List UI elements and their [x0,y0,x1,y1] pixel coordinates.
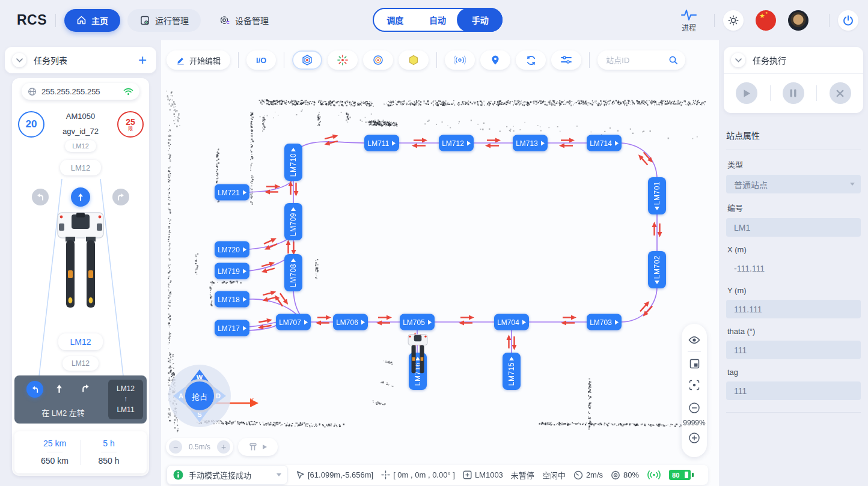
pin-layer-button[interactable] [480,50,510,70]
station-node-LM713[interactable]: LM713 [513,135,548,151]
filter-button[interactable] [551,50,581,70]
station-node-LM717[interactable]: LM717 [215,320,249,336]
station-node-LM714[interactable]: LM714 [587,135,622,151]
pulse-icon [680,8,697,22]
start-edit-button[interactable]: 开始编辑 [167,50,230,70]
nav-run-management[interactable]: 运行管理 [127,9,201,32]
direction-icon [243,247,246,252]
station-node-LM719[interactable]: LM719 [215,263,249,279]
station-node-LM709[interactable]: LM709 [284,203,302,240]
scatter-layer-button[interactable] [328,50,358,70]
zoom-out-button[interactable] [685,399,703,417]
station-node-LM718[interactable]: LM718 [215,291,249,308]
nav-home[interactable]: 主页 [64,9,120,32]
station-node-LM710[interactable]: LM710 [284,144,302,181]
station-search-input[interactable] [605,55,668,65]
direction-icon [361,320,365,324]
vehicle-ip[interactable]: 255.255.255.255 [22,83,139,100]
mode-manual[interactable]: 手动 [459,14,501,26]
speed-decrease-button[interactable]: − [169,440,182,454]
task-play-button[interactable] [736,82,757,104]
direction-icon [467,141,471,145]
property-value-3[interactable]: 111.111 [726,300,861,318]
nav-device-management[interactable]: 设备管理 [207,9,281,32]
mode-dispatch[interactable]: 调度 [374,14,417,26]
seize-control-button[interactable]: 抢占 [183,379,216,413]
process-button[interactable]: 进程 [680,8,697,32]
right-panel: 任务执行 站点属性 类型普通站点编号LM1X (m)-111.111Y ( [719,40,868,486]
two-way-arrow-icon [560,315,578,326]
rings-layer-button[interactable] [363,50,393,70]
agv-robot[interactable] [406,334,429,377]
power-button[interactable] [838,10,858,31]
station-node-LM704[interactable]: LM704 [494,314,529,330]
station-node-LM706[interactable]: LM706 [333,314,368,330]
property-value-4[interactable]: 111 [726,341,861,359]
visibility-button[interactable] [685,331,703,349]
property-value-5[interactable]: 111 [726,381,861,400]
refresh-icon [525,55,537,66]
user-avatar[interactable] [788,10,808,31]
divider [714,14,715,27]
area-layer-button[interactable] [399,50,429,70]
collapse-task-list-button[interactable] [12,53,26,67]
direction-icon [428,320,432,324]
task-cancel-button[interactable] [830,82,851,104]
property-value-1[interactable]: LM1 [726,218,861,237]
property-label-5: tag [727,368,861,377]
direction-icon [243,269,246,273]
io-button[interactable]: I/O [246,50,276,70]
station-node-LM712[interactable]: LM712 [439,135,474,151]
station-label: LM714 [590,139,612,147]
route-to: LM11 [117,405,134,415]
station-node-LM707[interactable]: LM707 [276,314,311,330]
speed-increase-button[interactable]: + [217,440,230,454]
two-way-arrow-icon [375,315,393,326]
station-label: LM702 [653,255,661,279]
fork-control[interactable] [238,438,278,456]
station-label: LM711 [368,139,390,147]
mileage-card: 25 km 650 km 5 h 850 h [14,431,147,473]
station-node-LM720[interactable]: LM720 [215,241,249,258]
station-node-LM703[interactable]: LM703 [587,314,622,330]
center-focus-button[interactable] [685,376,703,394]
task-pause-button[interactable] [783,82,804,104]
station-node-LM711[interactable]: LM711 [364,135,399,151]
station-node-LM715[interactable]: LM715 [503,353,521,390]
cursor-icon [296,470,305,479]
brightness-icon [728,15,739,26]
radar-icon [454,54,466,66]
station-node-LM721[interactable]: LM721 [215,184,249,201]
station-node-LM705[interactable]: LM705 [400,314,435,330]
property-label-2: X (m) [727,245,861,254]
radar-layer-button[interactable] [445,50,475,70]
pause-state: 未暂停 [511,469,534,481]
station-layer-button[interactable] [292,50,322,70]
nav-turn-left-button[interactable] [26,381,43,398]
station-label: LM701 [653,181,661,205]
total-distance: 650 km [28,456,82,466]
add-task-button[interactable]: + [138,53,147,67]
language-flag-button[interactable]: ★ ★ [756,10,776,31]
property-select-0[interactable]: 普通站点 [726,175,861,193]
zoom-level: 9999% [683,419,705,427]
station-node-LM708[interactable]: LM708 [284,254,302,291]
connection-status-dropdown[interactable]: 手动模式连接成功 [167,465,288,485]
turn-left-button[interactable] [32,189,49,205]
two-way-arrow-icon [652,220,662,238]
brightness-button[interactable] [723,10,744,31]
station-node-LM701[interactable]: LM701 [648,177,666,214]
station-label: LM709 [289,213,298,236]
collapse-task-exec-button[interactable] [731,53,745,67]
zoom-in-button[interactable] [685,429,703,447]
vehicle-agv-id: agv_id_72 [12,127,149,136]
turn-right-button[interactable] [112,189,129,205]
ip-value: 255.255.255.255 [41,87,123,96]
map-region[interactable]: LM710LM711LM712LM713LM714LM701LM721LM709… [161,40,719,486]
refresh-button[interactable] [516,50,546,70]
mode-auto[interactable]: 自动 [417,14,459,26]
minimap-button[interactable] [685,354,703,372]
go-forward-button[interactable] [71,187,90,207]
station-node-LM702[interactable]: LM702 [648,251,666,288]
chevron-down-icon [735,58,742,62]
